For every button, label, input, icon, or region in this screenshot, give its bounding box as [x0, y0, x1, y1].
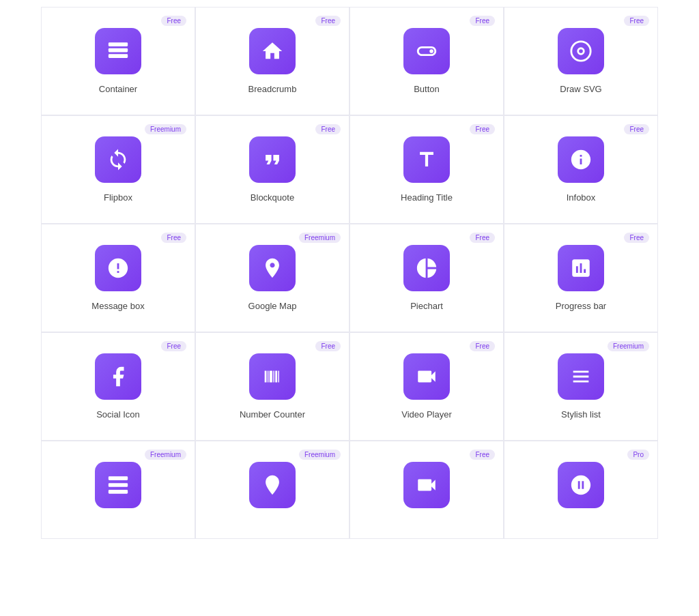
- badge-button: Free: [470, 16, 495, 26]
- row5-3-icon: [415, 473, 438, 497]
- badge-row5-2: Freemium: [299, 450, 341, 460]
- badge-piechart: Free: [470, 233, 495, 243]
- label-piechart: Piechart: [410, 301, 443, 311]
- card-draw-svg[interactable]: Free Draw SVG: [504, 7, 658, 115]
- badge-breadcrumb: Free: [315, 16, 341, 26]
- icon-wrap-blockquote: [249, 136, 296, 183]
- card-message-box[interactable]: Free Message box: [41, 224, 195, 332]
- label-google-map: Google Map: [248, 301, 297, 311]
- icon-wrap-draw-svg: [558, 28, 604, 74]
- label-container: Container: [99, 84, 137, 94]
- video-player-icon: [415, 365, 438, 388]
- badge-stylish-list: Freemium: [608, 341, 649, 351]
- badge-container: Free: [161, 16, 186, 26]
- icon-wrap-button: [403, 28, 450, 74]
- card-flipbox[interactable]: Freemium Flipbox: [41, 115, 195, 224]
- blockquote-icon: [261, 148, 284, 171]
- card-blockquote[interactable]: Free Blockquote: [195, 115, 350, 224]
- badge-google-map: Freemium: [299, 233, 341, 243]
- label-infobox: Infobox: [567, 192, 596, 203]
- draw-svg-icon: [569, 40, 593, 63]
- badge-social-icon: Free: [161, 341, 186, 351]
- icon-wrap-breadcrumb: [249, 28, 296, 74]
- label-breadcrumb: Breadcrumb: [248, 84, 297, 94]
- stylish-list-icon: [569, 365, 593, 388]
- card-video-player[interactable]: Free Video Player: [350, 332, 504, 441]
- row5-2-icon: [261, 473, 284, 497]
- infobox-icon: [569, 148, 593, 171]
- card-button[interactable]: Free Button: [350, 7, 504, 115]
- icon-wrap-video-player: [403, 353, 450, 400]
- label-progress-bar: Progress bar: [556, 301, 606, 311]
- icon-wrap-google-map: [249, 245, 296, 291]
- button-icon: [415, 40, 438, 63]
- label-heading-title: Heading Title: [401, 192, 453, 203]
- label-social-icon: Social Icon: [96, 409, 140, 420]
- badge-heading-title: Free: [470, 124, 495, 134]
- icon-wrap-heading-title: [403, 136, 450, 183]
- badge-row5-1: Freemium: [145, 450, 186, 460]
- icon-wrap-message-box: [95, 245, 141, 291]
- row5-1-icon: [106, 473, 130, 497]
- badge-row5-3: Free: [470, 450, 495, 460]
- card-infobox[interactable]: Free Infobox: [504, 115, 658, 224]
- card-heading-title[interactable]: Free Heading Title: [350, 115, 504, 224]
- label-draw-svg: Draw SVG: [560, 84, 601, 94]
- card-container[interactable]: Free Container: [41, 7, 195, 115]
- badge-infobox: Free: [624, 124, 649, 134]
- card-progress-bar[interactable]: Free Progress bar: [504, 224, 658, 332]
- label-stylish-list: Stylish list: [561, 409, 601, 420]
- badge-draw-svg: Free: [624, 16, 649, 26]
- heading-title-icon: [415, 148, 438, 171]
- icon-wrap-row5-1: [95, 462, 141, 508]
- svg-rect-6: [109, 483, 128, 487]
- number-counter-icon: [261, 365, 284, 388]
- card-row5-4[interactable]: Pro: [504, 441, 658, 539]
- card-row5-2[interactable]: Freemium: [195, 441, 350, 539]
- card-row5-3[interactable]: Free: [350, 441, 504, 539]
- badge-message-box: Free: [161, 233, 186, 243]
- row5-4-icon: [569, 473, 593, 497]
- card-row5-1[interactable]: Freemium: [41, 441, 195, 539]
- card-breadcrumb[interactable]: Free Breadcrumb: [195, 7, 350, 115]
- icon-wrap-piechart: [403, 245, 450, 291]
- label-button: Button: [414, 84, 440, 94]
- flipbox-icon: [106, 148, 130, 171]
- card-social-icon[interactable]: Free Social Icon: [41, 332, 195, 441]
- badge-number-counter: Free: [315, 341, 341, 351]
- card-number-counter[interactable]: Free Number Counter: [195, 332, 350, 441]
- label-video-player: Video Player: [401, 409, 451, 420]
- icon-wrap-row5-3: [403, 462, 450, 508]
- widget-grid: Free Container Free Breadcrumb Free Butt…: [0, 0, 699, 546]
- icon-wrap-row5-4: [558, 462, 604, 508]
- container-icon: [106, 40, 130, 63]
- icon-wrap-infobox: [558, 136, 604, 183]
- icon-wrap-row5-2: [249, 462, 296, 508]
- social-icon-icon: [106, 365, 130, 388]
- svg-point-4: [578, 48, 584, 55]
- card-stylish-list[interactable]: Freemium Stylish list: [504, 332, 658, 441]
- badge-blockquote: Free: [315, 124, 341, 134]
- label-number-counter: Number Counter: [240, 409, 305, 420]
- badge-progress-bar: Free: [624, 233, 649, 243]
- card-google-map[interactable]: Freemium Google Map: [195, 224, 350, 332]
- svg-point-3: [429, 49, 433, 53]
- google-map-icon: [261, 256, 284, 280]
- badge-flipbox: Freemium: [145, 124, 186, 134]
- label-blockquote: Blockquote: [251, 192, 294, 203]
- icon-wrap-flipbox: [95, 136, 141, 183]
- badge-row5-4: Pro: [627, 450, 649, 460]
- icon-wrap-social-icon: [95, 353, 141, 400]
- progress-bar-icon: [569, 256, 593, 280]
- card-piechart[interactable]: Free Piechart: [350, 224, 504, 332]
- icon-wrap-stylish-list: [558, 353, 604, 400]
- svg-rect-2: [109, 54, 128, 58]
- label-flipbox: Flipbox: [104, 192, 132, 203]
- svg-rect-5: [109, 476, 128, 480]
- svg-rect-1: [109, 48, 128, 53]
- piechart-icon: [415, 256, 438, 280]
- svg-rect-0: [109, 42, 128, 46]
- svg-rect-7: [109, 490, 128, 494]
- message-box-icon: [106, 256, 130, 280]
- badge-video-player: Free: [470, 341, 495, 351]
